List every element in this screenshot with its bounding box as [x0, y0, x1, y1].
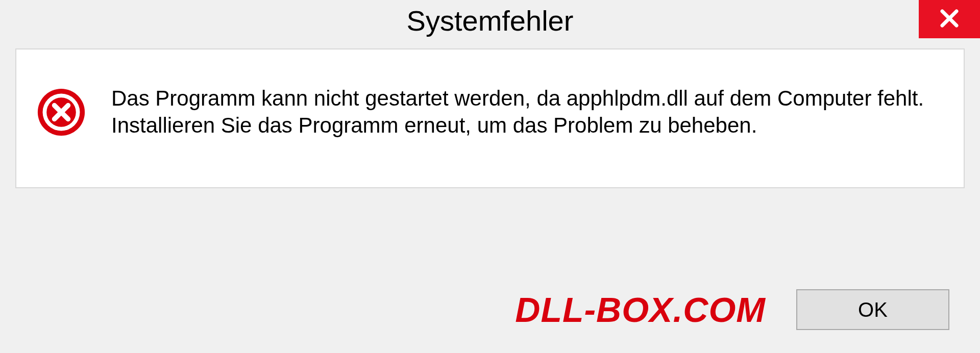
titlebar: Systemfehler — [0, 0, 980, 41]
content-panel: Das Programm kann nicht gestartet werden… — [15, 48, 965, 188]
close-icon — [939, 8, 960, 31]
footer: DLL-BOX.COM OK — [0, 266, 980, 353]
ok-button[interactable]: OK — [796, 289, 949, 330]
close-button[interactable] — [919, 0, 980, 38]
error-message: Das Programm kann nicht gestartet werden… — [111, 85, 943, 139]
dialog-title: Systemfehler — [407, 4, 574, 37]
error-icon — [37, 88, 86, 137]
watermark-text: DLL-BOX.COM — [515, 290, 766, 330]
